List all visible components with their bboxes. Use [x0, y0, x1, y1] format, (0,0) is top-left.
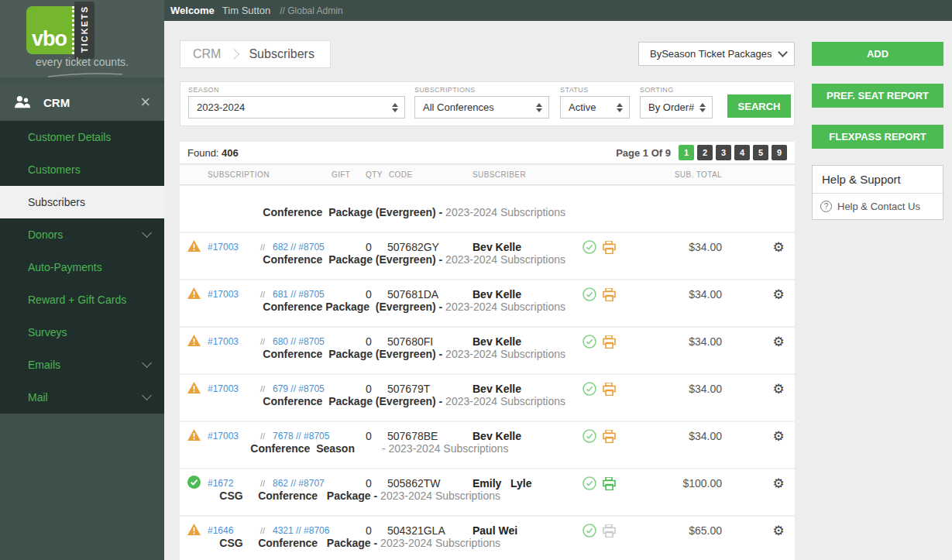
subscription-link[interactable]: 679 // #8705 [273, 383, 332, 394]
subscription-link[interactable]: 862 // #8707 [273, 478, 332, 489]
printer-icon[interactable] [602, 383, 617, 396]
gear-icon[interactable]: ⚙ [762, 523, 795, 539]
page-button-5[interactable]: 5 [753, 145, 768, 160]
chevron-down-icon [142, 390, 152, 400]
subscriber-name[interactable]: Bev Kelle [473, 383, 583, 395]
order-link[interactable]: #17003 [208, 289, 253, 300]
subscription-title-season: - 2023-2024 Subscriptions [382, 442, 508, 455]
subtotal-cell: $34.00 [629, 335, 762, 348]
add-button[interactable]: ADD [812, 42, 943, 66]
warning-icon [187, 524, 201, 535]
tickets-badge-text: TICKETS [80, 5, 89, 53]
logo-strip [0, 77, 164, 84]
printer-icon[interactable] [602, 524, 617, 538]
separator: // [253, 242, 273, 252]
package-type-value: BySeason Ticket Packages [650, 48, 779, 60]
subscriber-name[interactable]: Bev Kelle [473, 335, 583, 348]
order-link[interactable]: #17003 [208, 336, 253, 347]
code-cell: 505862TW [387, 477, 459, 490]
printer-icon[interactable] [602, 288, 617, 301]
sorting-select[interactable]: By Order# [640, 96, 713, 119]
subscription-title-bold: Conference Package (Evergreen) - [263, 206, 442, 218]
sidebar-item-customers[interactable]: Customers [0, 153, 164, 186]
sidebar-item-label: Auto-Payments [28, 261, 150, 273]
welcome-label: Welcome [170, 5, 215, 16]
table-row: CSG Conference Package - 2023-2024 Subsc… [180, 517, 795, 560]
status-select[interactable]: Active [560, 96, 630, 119]
sidebar-item-reward-gift-cards[interactable]: Reward + Gift Cards [0, 283, 164, 316]
subscriptions-select[interactable]: All Conferences [414, 96, 549, 119]
search-button[interactable]: SEARCH [727, 94, 791, 118]
sidebar-item-mail[interactable]: Mail [0, 381, 164, 414]
subscription-link[interactable]: 681 // #8705 [273, 289, 332, 300]
qty-cell: 0 [366, 383, 387, 395]
page-button-2[interactable]: 2 [697, 145, 713, 160]
season-select[interactable]: 2023-2024 [188, 96, 405, 119]
subscription-link[interactable]: 682 // #8705 [273, 242, 332, 253]
gear-icon[interactable]: ⚙ [762, 287, 795, 303]
row-status-icon [187, 240, 208, 255]
subscription-title-bold: Conference Season [250, 442, 379, 455]
help-contact-link[interactable]: ? Help & Contact Us [813, 194, 943, 219]
logo-area: vbo TICKETS every ticket counts. [0, 0, 164, 77]
subscriber-name[interactable]: Bev Kelle [473, 430, 583, 442]
sidebar-menu: Customer Details Customers Subscribers D… [0, 121, 164, 414]
sidebar-item-customer-details[interactable]: Customer Details [0, 121, 164, 153]
flexpass-report-button[interactable]: FLEXPASS REPORT [812, 125, 943, 149]
subscription-title-season: 2023-2024 Subscriptions [445, 395, 565, 407]
subscriber-name[interactable]: Bev Kelle [473, 288, 583, 301]
found-label: Found: [187, 147, 218, 159]
gear-icon[interactable]: ⚙ [762, 334, 795, 350]
subscriber-name[interactable]: Bev Kelle [473, 241, 583, 253]
user-role: // Global Admin [280, 5, 342, 16]
sidebar-item-surveys[interactable]: Surveys [0, 316, 164, 349]
status-value: Active [569, 101, 612, 113]
sidebar-item-subscribers[interactable]: Subscribers [0, 186, 164, 218]
sidebar-item-emails[interactable]: Emails [0, 349, 164, 381]
subscription-link[interactable]: 4321 // #8706 [273, 525, 332, 536]
subscription-link[interactable]: 680 // #8705 [273, 336, 332, 347]
sidebar: vbo TICKETS every ticket counts. CRM × C… [0, 0, 164, 560]
user-name[interactable]: Tim Sutton [222, 5, 270, 16]
order-link[interactable]: #17003 [208, 431, 253, 441]
order-link[interactable]: #1646 [208, 525, 253, 536]
subtotal-cell: $34.00 [629, 430, 762, 442]
header-qty: QTY [366, 170, 387, 179]
subscription-title-bold: Conference Package (Evergreen) - [263, 395, 442, 407]
gear-icon[interactable]: ⚙ [762, 428, 795, 445]
separator: // [253, 384, 273, 393]
printer-icon[interactable] [602, 477, 617, 490]
package-type-dropdown[interactable]: BySeason Ticket Packages [638, 42, 795, 66]
found-count: Found: 406 [187, 147, 239, 159]
gear-icon[interactable]: ⚙ [762, 381, 795, 397]
order-link[interactable]: #17003 [208, 242, 253, 253]
subscriber-name[interactable]: Emily Lyle [473, 477, 583, 490]
sidebar-item-donors[interactable]: Donors [0, 218, 164, 251]
breadcrumb-chevron-icon [229, 49, 239, 60]
subscriber-name[interactable]: Paul Wei [473, 524, 583, 537]
page-button-9[interactable]: 9 [772, 145, 787, 160]
page-button-4[interactable]: 4 [734, 145, 750, 160]
subscription-link[interactable]: 7678 // #8705 [273, 431, 332, 441]
subtotal-cell: $34.00 [629, 241, 762, 253]
header-subscriber: SUBSCRIBER [473, 170, 583, 179]
separator: // [253, 431, 273, 441]
crm-title: CRM [43, 96, 140, 109]
sidebar-item-auto-payments[interactable]: Auto-Payments [0, 251, 164, 283]
qty-cell: 0 [366, 430, 387, 442]
close-icon[interactable]: × [140, 94, 150, 111]
order-link[interactable]: #17003 [208, 383, 253, 394]
order-link[interactable]: #1672 [208, 478, 253, 489]
breadcrumb-parent[interactable]: CRM [193, 47, 221, 61]
vbo-logo: vbo TICKETS [26, 6, 95, 59]
page-button-3[interactable]: 3 [716, 145, 731, 160]
gear-icon[interactable]: ⚙ [762, 476, 795, 492]
printer-icon[interactable] [602, 335, 617, 349]
printer-icon[interactable] [602, 430, 617, 443]
printer-icon[interactable] [602, 241, 617, 254]
pref-seat-report-button[interactable]: PREF. SEAT REPORT [812, 84, 943, 108]
page-button-1[interactable]: 1 [679, 145, 694, 160]
gear-icon[interactable]: ⚙ [762, 239, 795, 256]
subscription-title-bold: Conference Package (Evergreen) - [263, 301, 442, 313]
header-code: CODE [387, 170, 459, 179]
